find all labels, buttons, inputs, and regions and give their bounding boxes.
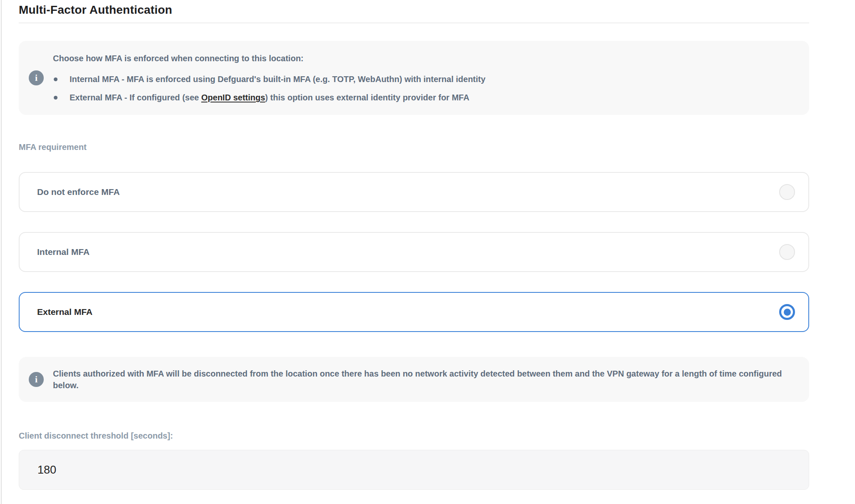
mfa-option-do-not-enforce[interactable]: Do not enforce MFA <box>19 172 809 212</box>
mfa-info-text: Choose how MFA is enforced when connecti… <box>53 52 485 103</box>
openid-settings-link[interactable]: OpenID settings <box>201 93 265 102</box>
client-disconnect-threshold-input[interactable] <box>19 450 809 490</box>
disconnect-info-box: i Clients authorized with MFA will be di… <box>19 357 809 402</box>
option-label: Internal MFA <box>37 247 90 257</box>
disconnect-info-text: Clients authorized with MFA will be disc… <box>53 368 792 391</box>
mfa-info-intro: Choose how MFA is enforced when connecti… <box>53 52 485 64</box>
panel-left-divider <box>1 0 2 504</box>
bullet-text: ) this option uses external identity pro… <box>265 93 469 102</box>
option-label: Do not enforce MFA <box>37 187 120 197</box>
info-icon: i <box>29 372 44 387</box>
info-icon: i <box>29 70 44 85</box>
radio-checked-icon[interactable] <box>779 304 795 320</box>
mfa-info-bullet-internal: Internal MFA - MFA is enforced using Def… <box>53 73 485 85</box>
option-label: External MFA <box>37 307 92 317</box>
page-title: Multi-Factor Authentication <box>19 3 809 17</box>
mfa-option-internal[interactable]: Internal MFA <box>19 232 809 272</box>
radio-unchecked-icon[interactable] <box>779 184 795 200</box>
radio-unchecked-icon[interactable] <box>779 244 795 260</box>
client-disconnect-threshold-label: Client disconnect threshold [seconds]: <box>19 431 809 441</box>
mfa-info-box: i Choose how MFA is enforced when connec… <box>19 41 809 115</box>
bullet-text: External MFA - If configured (see <box>70 93 201 102</box>
mfa-info-bullet-list: Internal MFA - MFA is enforced using Def… <box>53 73 485 103</box>
title-divider <box>19 22 809 23</box>
mfa-requirement-label: MFA requirement <box>19 142 809 152</box>
mfa-info-bullet-external: External MFA - If configured (see OpenID… <box>53 92 485 103</box>
bullet-text: Internal MFA - MFA is enforced using Def… <box>70 75 485 84</box>
mfa-settings-section: Multi-Factor Authentication i Choose how… <box>19 0 809 490</box>
mfa-option-external[interactable]: External MFA <box>19 292 809 332</box>
